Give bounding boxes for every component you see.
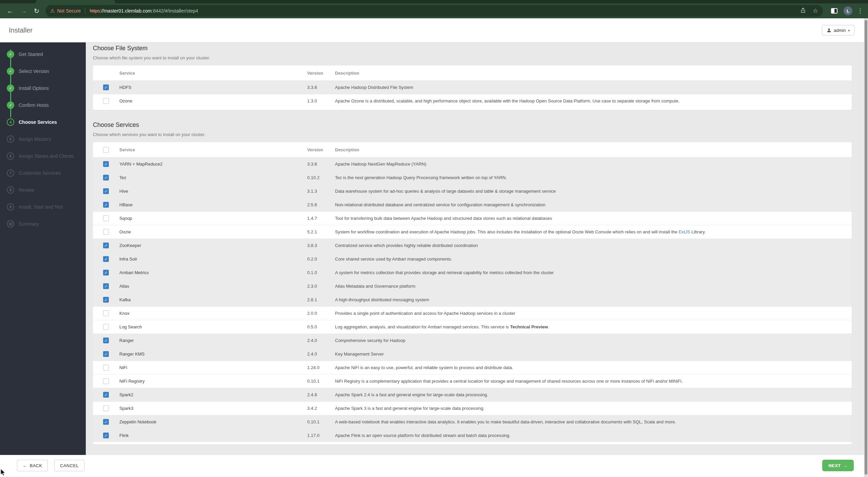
description-text: Tool for transferring bulk data between … xyxy=(335,216,552,221)
service-name: Log Search xyxy=(119,320,307,334)
select-all-checkbox[interactable] xyxy=(103,147,109,153)
app-header: Installer admin ▾ xyxy=(0,18,868,42)
service-checkbox[interactable]: ✓ xyxy=(103,338,109,343)
service-checkbox[interactable]: ✓ xyxy=(103,175,109,180)
wizard-step-customize-services[interactable]: 7 Customize Services xyxy=(0,165,86,182)
service-checkbox[interactable]: ✓ xyxy=(103,256,109,262)
service-checkbox[interactable]: ✓ xyxy=(103,270,109,275)
service-checkbox[interactable] xyxy=(103,365,109,370)
service-checkbox[interactable]: ✓ xyxy=(103,243,109,248)
address-bar[interactable]: ⚠ Not Secure https://master01.clemlab.co… xyxy=(45,5,823,17)
service-row-ozone: Ozone 1.3.0 Apache Ozone is a distribute… xyxy=(93,94,852,108)
back-button-label: BACK xyxy=(29,463,42,468)
not-secure-warning-icon[interactable]: ⚠ xyxy=(50,8,55,14)
service-checkbox[interactable]: ✓ xyxy=(103,202,109,208)
step-label: Choose Services xyxy=(19,119,57,125)
browser-back-icon[interactable]: ← xyxy=(7,7,14,14)
col-version: Version xyxy=(307,142,335,157)
wizard-step-assign-slaves-and-clients[interactable]: 6 Assign Slaves and Clients xyxy=(0,148,86,165)
service-description: Apache Spark 2.4 is a fast and general e… xyxy=(335,388,852,402)
url-text[interactable]: https://master01.clemlab.com:8442/#/inst… xyxy=(90,8,198,14)
page-title: Installer xyxy=(9,26,33,34)
wizard-footer: ← BACK CANCEL NEXT → xyxy=(0,455,868,477)
cancel-button[interactable]: CANCEL xyxy=(54,460,84,471)
service-row-hbase: ✓ HBase 2.5.6 Non-relational distributed… xyxy=(93,198,852,212)
service-name: Sqoop xyxy=(119,212,307,225)
service-checkbox[interactable]: ✓ xyxy=(103,433,109,438)
service-version: 3.4.2 xyxy=(307,402,335,415)
extjs-link[interactable]: ExtJS xyxy=(678,229,690,234)
back-button[interactable]: ← BACK xyxy=(17,460,48,471)
wizard-step-confirm-hosts[interactable]: ✓ Confirm Hosts xyxy=(0,97,86,114)
step-label: Assign Masters xyxy=(19,136,51,142)
service-checkbox[interactable]: ✓ xyxy=(103,188,109,194)
service-checkbox[interactable]: ✓ xyxy=(103,419,109,425)
bookmark-star-icon[interactable]: ☆ xyxy=(813,8,818,14)
wizard-step-review[interactable]: 8 Review xyxy=(0,182,86,198)
wizard-step-get-started[interactable]: ✓ Get Started xyxy=(0,46,86,63)
wizard-step-install-start-and-test[interactable]: 9 Install, Start and Test xyxy=(0,198,86,215)
service-version: 2.3.0 xyxy=(307,280,335,293)
service-checkbox[interactable]: ✓ xyxy=(103,297,109,303)
col-service: Service xyxy=(119,65,307,81)
share-icon[interactable] xyxy=(800,7,806,15)
service-name: Kafka xyxy=(119,293,307,307)
wizard-step-choose-services[interactable]: 4 Choose Services xyxy=(0,114,86,131)
description-text: NiFi Registry is a complementary applica… xyxy=(335,379,683,384)
scrollbar-thumb[interactable] xyxy=(865,20,867,475)
service-checkbox[interactable] xyxy=(103,98,109,104)
service-name: Atlas xyxy=(119,280,307,293)
service-description: Centralized service which provides highl… xyxy=(335,239,852,252)
browser-forward-icon[interactable]: → xyxy=(20,7,27,14)
service-checkbox[interactable]: ✓ xyxy=(103,392,109,398)
service-name: Zeppelin Notebook xyxy=(119,415,307,429)
browser-reload-icon[interactable]: ↻ xyxy=(34,8,39,14)
service-checkbox[interactable]: ✓ xyxy=(103,84,109,90)
services-table-card: Service Version Description ✓ YARN + Map… xyxy=(93,142,852,444)
browser-active-tab[interactable] xyxy=(36,0,115,3)
next-button[interactable]: NEXT → xyxy=(822,460,854,471)
service-checkbox[interactable]: ✓ xyxy=(103,283,109,289)
description-text: . xyxy=(548,324,549,329)
service-name: Hive xyxy=(119,185,307,198)
browser-profile-avatar[interactable]: L xyxy=(844,6,852,15)
service-name: Ranger xyxy=(119,334,307,347)
step-label: Install, Start and Test xyxy=(19,204,63,210)
service-checkbox[interactable] xyxy=(103,310,109,316)
side-panel-icon[interactable] xyxy=(831,8,837,14)
wizard-step-select-version[interactable]: ✓ Select Version xyxy=(0,63,86,80)
service-checkbox[interactable]: ✓ xyxy=(103,351,109,357)
section-title: Choose File System xyxy=(93,45,852,52)
service-checkbox[interactable] xyxy=(103,229,109,235)
service-checkbox[interactable] xyxy=(103,405,109,411)
service-version: 2.0.0 xyxy=(307,307,335,320)
service-name: ZooKeeper xyxy=(119,239,307,252)
address-bar-divider xyxy=(85,8,85,14)
service-checkbox[interactable] xyxy=(103,324,109,330)
next-button-label: NEXT xyxy=(828,463,841,468)
service-version: 2.8.1 xyxy=(307,293,335,307)
service-name: Ambari Metrics xyxy=(119,266,307,280)
description-text: A web-based notebook that enables intera… xyxy=(335,419,676,424)
service-checkbox[interactable] xyxy=(103,215,109,221)
service-checkbox[interactable] xyxy=(103,378,109,384)
service-description: Apache Ozone is a distributed, scalable,… xyxy=(335,94,852,108)
page-scrollbar[interactable] xyxy=(864,18,868,477)
description-text: A system for metrics collection that pro… xyxy=(335,270,554,275)
cancel-button-label: CANCEL xyxy=(60,463,79,468)
step-circle: ✓ xyxy=(7,51,14,58)
services-table: Service Version Description ✓ YARN + Map… xyxy=(93,142,852,442)
description-text: Key Management Server xyxy=(335,351,384,357)
not-secure-label[interactable]: Not Secure xyxy=(57,8,81,14)
step-circle: 4 xyxy=(7,118,14,126)
wizard-step-install-options[interactable]: ✓ Install Options xyxy=(0,80,86,97)
step-label: Confirm Hosts xyxy=(19,102,49,108)
service-row-knox: Knox 2.0.0 Provides a single point of au… xyxy=(93,307,852,320)
admin-user-label: admin xyxy=(834,28,846,33)
service-version: 0.2.0 xyxy=(307,252,335,266)
wizard-step-assign-masters[interactable]: 5 Assign Masters xyxy=(0,131,86,148)
wizard-step-summary[interactable]: 10 Summary xyxy=(0,215,86,232)
browser-menu-icon[interactable]: ⋮ xyxy=(857,8,863,14)
admin-user-menu[interactable]: admin ▾ xyxy=(822,25,854,36)
service-checkbox[interactable]: ✓ xyxy=(103,161,109,167)
